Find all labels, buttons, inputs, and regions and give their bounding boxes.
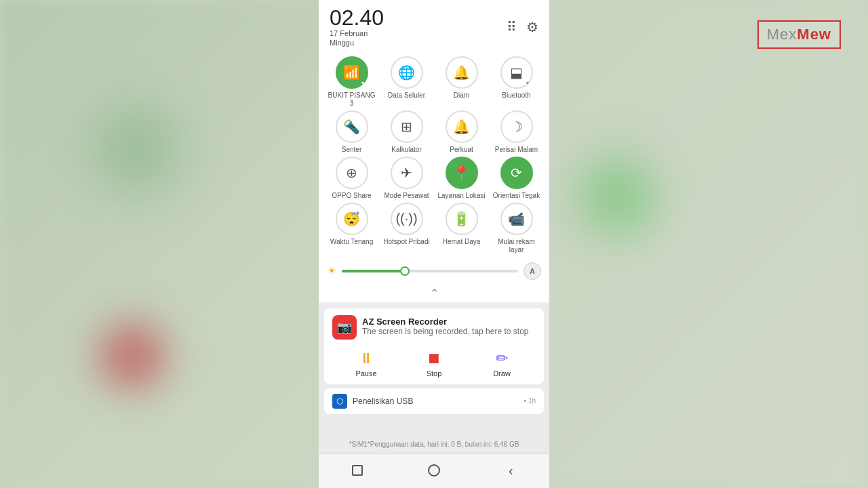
qs-quiet-time[interactable]: 😴 Waktu Tenang <box>328 203 376 254</box>
brightness-thumb <box>400 266 410 276</box>
stop-icon: ⏹ <box>427 350 441 367</box>
night-icon-wrap: ☽ <box>500 110 533 143</box>
airplane-icon: ✈ <box>401 165 412 181</box>
back-button[interactable]: ‹ <box>501 461 520 480</box>
phone-panel: 02.40 17 FebruariMinggu ⠿ ⚙ 📶 ▾ BUKIT PI… <box>319 0 549 488</box>
qs-wifi[interactable]: 📶 ▾ BUKIT PISANG 3 <box>328 56 376 108</box>
header-icons: ⠿ ⚙ <box>507 19 538 35</box>
header-bar: 02.40 17 FebruariMinggu ⠿ ⚙ <box>319 0 549 52</box>
quick-settings: 📶 ▾ BUKIT PISANG 3 🌐 Data Seluler 🔔 Diam <box>319 52 549 260</box>
qs-night[interactable]: ☽ Perisai Malam <box>492 110 541 154</box>
qs-hotspot[interactable]: ((·)) Hotspot Pribadi <box>382 203 431 254</box>
data-icon: 🌐 <box>398 64 415 81</box>
qs-battery-save[interactable]: 🔋 Hemat Daya <box>437 203 486 254</box>
orientation-icon: ⟳ <box>511 165 522 181</box>
silent-icon-wrap: 🔔 <box>446 56 478 89</box>
sim-data-bar: *SIM1*Penggunaan data, hari ini: 0 B, bu… <box>319 433 549 453</box>
hotspot-icon-wrap: ((·)) <box>391 203 423 235</box>
data-icon-wrap: 🌐 <box>391 56 423 89</box>
qs-row-3: ⊕ OPPO Share ✈ Mode Pesawat 📍 Layanan Lo… <box>324 157 544 200</box>
pause-icon: ⏸ <box>359 350 374 367</box>
quiet-time-icon: 😴 <box>343 211 360 227</box>
usb-notif-time: • 1h <box>524 397 536 405</box>
data-label: Data Seluler <box>388 92 425 100</box>
qs-screen-record[interactable]: 📹 Mulai rekam layar <box>492 203 541 254</box>
watermark-red: Mew <box>797 26 831 43</box>
moon-icon: ☽ <box>511 119 523 135</box>
location-label: Layanan Lokasi <box>437 192 485 200</box>
screen-record-icon: 📹 <box>508 211 525 227</box>
notif-text-block: AZ Screen Recorder The screen is being r… <box>362 317 536 338</box>
screen-record-label: Mulai rekam layar <box>492 238 541 254</box>
night-label: Perisai Malam <box>495 146 538 154</box>
bluetooth-icon: ⬓ <box>510 64 523 81</box>
qs-orientation[interactable]: ⟳ Orientasi Tegak <box>492 157 541 200</box>
usb-symbol: ⬡ <box>336 396 343 406</box>
draw-action[interactable]: ✏ Draw <box>481 350 522 378</box>
qs-row-1: 📶 ▾ BUKIT PISANG 3 🌐 Data Seluler 🔔 Diam <box>324 56 544 108</box>
az-recorder-icon: 📷 <box>332 315 357 340</box>
draw-label: Draw <box>493 369 511 378</box>
brightness-track[interactable] <box>342 270 518 272</box>
brightness-bar: ☀ A <box>319 260 549 285</box>
qs-location[interactable]: 📍 Layanan Lokasi <box>437 157 486 200</box>
qs-bluetooth[interactable]: ⬓ ▾ Bluetooth <box>492 56 541 108</box>
silent-label: Diam <box>454 92 469 100</box>
pause-action[interactable]: ⏸ Pause <box>346 350 387 378</box>
notif-header: 📷 AZ Screen Recorder The screen is being… <box>332 315 536 340</box>
watermark-gray: Mex <box>767 26 797 43</box>
screen-record-icon-wrap: 📹 <box>500 203 533 235</box>
amplifier-icon: 🔔 <box>453 119 470 135</box>
oppo-share-label: OPPO Share <box>332 192 371 200</box>
camera-icon: 📷 <box>337 320 352 335</box>
qs-data[interactable]: 🌐 Data Seluler <box>382 56 431 108</box>
qs-calculator[interactable]: ⊞ Kalkulator <box>382 110 431 154</box>
qs-row-2: 🔦 Senter ⊞ Kalkulator 🔔 Perkuat ☽ <box>324 110 544 154</box>
sim-data-text: *SIM1*Penggunaan data, hari ini: 0 B, bu… <box>349 441 519 448</box>
airplane-icon-wrap: ✈ <box>391 157 423 189</box>
quiet-time-label: Waktu Tenang <box>330 238 373 246</box>
recents-button[interactable] <box>348 461 367 480</box>
bluetooth-label: Bluetooth <box>502 92 530 100</box>
notifications-area: 📷 AZ Screen Recorder The screen is being… <box>319 303 549 433</box>
calculator-label: Kalkulator <box>391 146 421 154</box>
orientation-label: Orientasi Tegak <box>493 192 540 200</box>
hotspot-label: Hotspot Pribadi <box>383 238 429 246</box>
battery-save-icon: 🔋 <box>453 211 470 227</box>
notif-body: The screen is being recorded, tap here t… <box>362 327 536 338</box>
wifi-icon-wrap: 📶 ▾ <box>336 56 368 89</box>
oppo-share-icon-wrap: ⊕ <box>336 157 368 189</box>
qs-silent[interactable]: 🔔 Diam <box>437 56 486 108</box>
flashlight-icon: 🔦 <box>343 119 360 135</box>
usb-notification[interactable]: ⬡ Penelisikan USB • 1h <box>324 388 544 414</box>
bluetooth-icon-wrap: ⬓ ▾ <box>500 56 533 89</box>
hotspot-icon: ((·)) <box>395 211 417 226</box>
airplane-label: Mode Pesawat <box>384 192 429 200</box>
watermark: MexMew <box>757 20 841 49</box>
grid-icon[interactable]: ⠿ <box>507 19 517 35</box>
quiet-time-icon-wrap: 😴 <box>336 203 368 235</box>
oppo-share-icon: ⊕ <box>346 165 357 181</box>
az-recorder-notification[interactable]: 📷 AZ Screen Recorder The screen is being… <box>324 308 544 384</box>
battery-save-label: Hemat Daya <box>443 238 481 246</box>
stop-action[interactable]: ⏹ Stop <box>414 350 454 378</box>
chevron-up-icon[interactable]: ⌃ <box>430 287 439 300</box>
qs-flashlight[interactable]: 🔦 Senter <box>328 110 376 154</box>
chevron-bar: ⌃ <box>319 285 549 303</box>
location-icon-wrap: 📍 <box>446 157 478 189</box>
stop-label: Stop <box>427 369 442 378</box>
time-block: 02.40 17 FebruariMinggu <box>330 7 384 48</box>
amplifier-label: Perkuat <box>450 146 473 154</box>
brightness-auto-button[interactable]: A <box>524 262 541 280</box>
brightness-icon: ☀ <box>327 264 336 277</box>
calculator-icon-wrap: ⊞ <box>391 110 423 143</box>
qs-airplane[interactable]: ✈ Mode Pesawat <box>382 157 431 200</box>
qs-amplifier[interactable]: 🔔 Perkuat <box>437 110 486 154</box>
qs-oppo-share[interactable]: ⊕ OPPO Share <box>328 157 376 200</box>
notif-title: AZ Screen Recorder <box>362 317 536 327</box>
home-button[interactable] <box>425 461 443 480</box>
flashlight-icon-wrap: 🔦 <box>336 110 368 143</box>
usb-notif-text: Penelisikan USB <box>353 396 519 406</box>
draw-icon: ✏ <box>496 350 508 367</box>
settings-icon[interactable]: ⚙ <box>526 19 538 35</box>
